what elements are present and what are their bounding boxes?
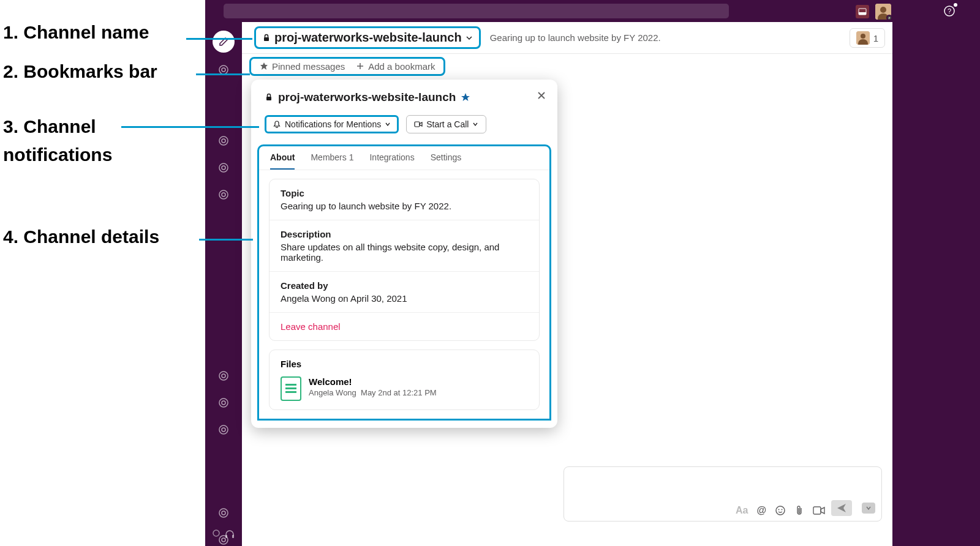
chevron-down-icon [466, 34, 473, 42]
svg-point-34 [776, 506, 785, 515]
svg-rect-32 [266, 97, 271, 100]
annotation-2: 2. Bookmarks bar [3, 61, 157, 82]
file-meta: Angela Wong May 2nd at 12:21 PM [309, 388, 437, 397]
svg-point-21 [219, 509, 228, 517]
created-by-section: Created by Angela Wong on April 30, 2021 [270, 272, 539, 313]
channel-name-text: proj-waterworks-website-launch [274, 31, 462, 45]
tab-members[interactable]: Members 1 [311, 152, 353, 170]
bookmarks-highlight: Pinned messages Add a bookmark [249, 57, 445, 76]
app-top-bar: ? z [205, 0, 980, 22]
svg-rect-37 [813, 507, 821, 514]
message-composer[interactable]: Aa @ [564, 466, 882, 522]
svg-point-8 [222, 68, 225, 72]
file-doc-icon [281, 376, 301, 401]
presence-indicator-icon: z [886, 15, 892, 21]
svg-point-13 [219, 190, 228, 199]
svg-point-15 [219, 372, 228, 380]
chevron-down-icon [472, 121, 478, 127]
search-input[interactable] [224, 4, 729, 18]
bookmarks-bar: Pinned messages Add a bookmark [242, 54, 453, 78]
mention-icon[interactable]: @ [756, 505, 766, 516]
files-card: Files Welcome! Angela Wong May 2nd at 12… [269, 350, 540, 410]
sidebar-nav-icon[interactable] [214, 393, 233, 413]
sidebar-nav-icon[interactable] [214, 366, 233, 386]
sidebar-nav-icon[interactable] [214, 420, 233, 439]
add-bookmark-button[interactable]: Add a bookmark [356, 61, 435, 72]
star-icon[interactable] [461, 92, 470, 102]
svg-rect-27 [232, 535, 234, 538]
svg-point-12 [222, 166, 225, 170]
lock-icon [265, 93, 273, 102]
start-call-button[interactable]: Start a Call [406, 115, 486, 133]
channel-header: proj-waterworks-website-launch Gearing u… [242, 22, 892, 54]
plus-icon [356, 62, 364, 70]
description-section[interactable]: Description Share updates on all things … [270, 220, 539, 272]
file-item[interactable]: Welcome! Angela Wong May 2nd at 12:21 PM [281, 376, 528, 401]
send-icon [836, 503, 847, 514]
format-text-icon[interactable]: Aa [736, 505, 748, 516]
channel-name-button[interactable]: proj-waterworks-website-launch [254, 26, 481, 49]
svg-point-22 [222, 511, 225, 515]
svg-point-25 [213, 530, 219, 536]
annotation-3b: notifications [3, 144, 112, 165]
svg-rect-28 [264, 37, 269, 41]
video-icon[interactable] [813, 506, 825, 515]
tab-integrations[interactable]: Integrations [369, 152, 414, 170]
close-icon [537, 91, 546, 100]
sidebar-nav-icon[interactable] [214, 185, 233, 204]
pin-icon [260, 62, 268, 70]
member-avatar-icon [856, 31, 870, 45]
sidebar-nav-icon[interactable] [214, 158, 233, 178]
right-panel-strip [892, 0, 980, 546]
emoji-icon[interactable] [775, 505, 786, 516]
svg-rect-33 [415, 122, 420, 127]
svg-point-7 [219, 65, 228, 74]
pinned-messages-button[interactable]: Pinned messages [260, 61, 345, 72]
svg-point-20 [222, 428, 225, 432]
svg-point-17 [219, 398, 228, 407]
member-count-button[interactable]: 1 [850, 28, 885, 48]
sidebar-nav-icon[interactable] [214, 503, 233, 523]
app-indicator-icon[interactable] [856, 5, 869, 18]
chevron-down-icon [385, 121, 391, 127]
topic-section[interactable]: Topic Gearing up to launch website by FY… [270, 179, 539, 220]
svg-rect-3 [859, 12, 866, 15]
annotation-1: 1. Channel name [3, 22, 149, 43]
presence-dot-icon [212, 529, 221, 540]
sidebar-nav-icon[interactable] [214, 60, 233, 80]
bell-icon [273, 120, 281, 129]
close-button[interactable] [537, 91, 546, 100]
annotation-4: 4. Channel details [3, 226, 159, 247]
svg-point-14 [222, 193, 225, 196]
compose-button[interactable] [213, 31, 235, 53]
send-button[interactable] [831, 500, 852, 516]
chevron-down-icon [865, 505, 872, 511]
tab-about[interactable]: About [270, 152, 295, 170]
tab-settings[interactable]: Settings [431, 152, 462, 170]
svg-point-11 [219, 163, 228, 172]
channel-topic[interactable]: Gearing up to launch website by FY 2022. [490, 32, 661, 43]
svg-point-10 [222, 139, 225, 143]
notifications-button[interactable]: Notifications for Mentions [265, 115, 399, 133]
svg-point-9 [219, 136, 228, 145]
send-options-button[interactable] [862, 503, 875, 514]
leave-channel-button[interactable]: Leave channel [270, 313, 539, 340]
sidebar-nav-icon[interactable] [214, 131, 233, 151]
huddle-headphones-icon[interactable] [224, 529, 235, 540]
svg-point-35 [778, 509, 780, 510]
svg-text:?: ? [948, 7, 951, 15]
svg-point-36 [782, 509, 783, 510]
help-icon[interactable]: ? [943, 5, 956, 17]
details-tabs-container: About Members 1 Integrations Settings To… [257, 144, 551, 421]
details-title: proj-waterworks-website-launch [265, 91, 544, 104]
channel-details-panel: proj-waterworks-website-launch Notificat… [251, 80, 557, 428]
svg-point-30 [861, 34, 865, 39]
svg-rect-26 [225, 535, 227, 538]
user-avatar[interactable]: z [875, 4, 891, 20]
video-icon [414, 120, 423, 129]
attach-icon[interactable] [794, 505, 804, 516]
lock-icon [262, 34, 271, 42]
svg-point-18 [222, 401, 225, 405]
member-count: 1 [873, 33, 878, 43]
workspace-sidebar: ch [205, 22, 242, 546]
